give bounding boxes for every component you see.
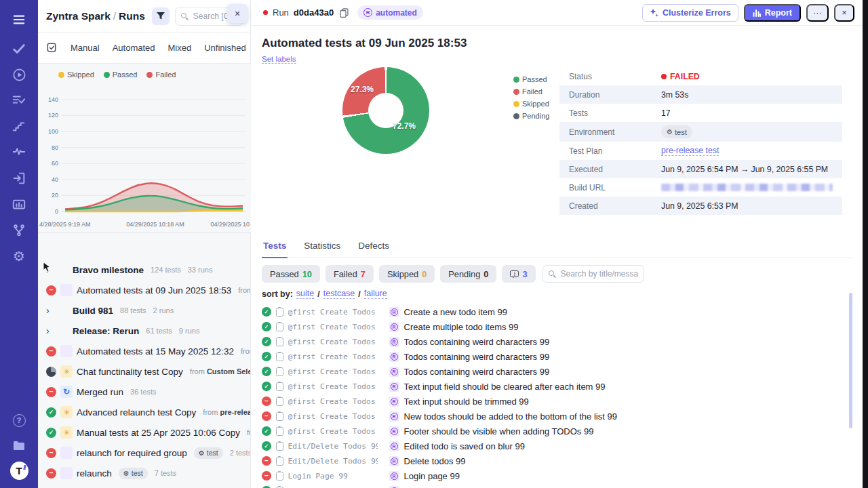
more-button[interactable]: ··· bbox=[806, 4, 829, 22]
select-all-icon[interactable] bbox=[46, 42, 58, 54]
close-run-button[interactable]: × bbox=[834, 4, 854, 22]
logo[interactable]: T bbox=[0, 460, 38, 481]
tab-manual[interactable]: Manual bbox=[71, 43, 100, 53]
branch-icon[interactable] bbox=[0, 220, 38, 241]
run-status-icon bbox=[46, 407, 56, 418]
legend-dot bbox=[104, 72, 110, 78]
run-name: Build 981 bbox=[73, 306, 113, 316]
run-list-item[interactable]: › Build 981 88 tests 2 runs from bbox=[38, 300, 250, 321]
test-row[interactable]: @first Create Todos 99... Todos containi… bbox=[262, 334, 852, 349]
test-row[interactable]: Edit/Delete Todos 99 @... Delete todos 9… bbox=[262, 453, 852, 468]
test-row[interactable]: @first Create Todos 99... Text input fie… bbox=[262, 379, 852, 394]
legend-dot bbox=[58, 72, 64, 78]
legend-item[interactable]: Skipped bbox=[513, 100, 549, 108]
run-type-icon bbox=[56, 325, 68, 337]
test-row[interactable]: Mark as completed/not ... Mark todos as … bbox=[262, 483, 852, 488]
docs-icon[interactable] bbox=[0, 435, 38, 455]
test-row[interactable]: @first Create Todos 99... Create a new t… bbox=[262, 304, 852, 319]
info-value: 3m 53s bbox=[661, 90, 688, 100]
help-icon[interactable]: ? bbox=[0, 410, 38, 430]
run-list-item[interactable]: › relaunch for required group test 2 tes… bbox=[38, 443, 250, 463]
chevron-right-icon[interactable]: › bbox=[46, 325, 52, 336]
steps-icon[interactable] bbox=[0, 116, 38, 136]
chevron-right-icon[interactable]: › bbox=[46, 305, 52, 316]
filter-pending[interactable]: Pending0 bbox=[440, 265, 496, 283]
tasks-icon[interactable] bbox=[0, 39, 38, 59]
legend-item[interactable]: Failed bbox=[513, 87, 549, 96]
chevron-right-icon[interactable]: › bbox=[46, 264, 52, 275]
import-icon[interactable] bbox=[0, 168, 38, 188]
runs-list: › Bravo milestone 124 tests 33 runs from… bbox=[38, 260, 250, 483]
test-suite: @first Create Todos 99... bbox=[288, 427, 378, 436]
menu-icon[interactable] bbox=[0, 9, 38, 30]
tests-scrollbar[interactable] bbox=[849, 293, 852, 428]
test-row[interactable]: Edit/Delete Todos 99 @... Edited todo is… bbox=[262, 439, 852, 453]
tab-mixed[interactable]: Mixed bbox=[168, 43, 192, 53]
tab-unfinished[interactable]: Unfinished bbox=[204, 43, 245, 53]
test-row[interactable]: @first Create Todos 99... New todos shou… bbox=[262, 409, 852, 424]
tab-defects[interactable]: Defects bbox=[357, 238, 391, 258]
info-row: Executed Jun 9, 2025 6:54 PM → Jun 9, 20… bbox=[559, 160, 842, 178]
reports-icon[interactable] bbox=[0, 195, 38, 215]
sort-by-failure[interactable]: failure bbox=[364, 289, 387, 299]
test-row[interactable]: @first Create Todos 99... Text input sho… bbox=[262, 394, 852, 409]
legend-item[interactable]: Skipped bbox=[58, 70, 94, 79]
test-row[interactable]: @first Create Todos 99... Todos containi… bbox=[262, 349, 852, 364]
test-suite: Edit/Delete Todos 99 @... bbox=[288, 442, 378, 451]
run-list-item[interactable]: › Advanced relaunch test Copy from pre-r… bbox=[38, 402, 250, 422]
legend-item[interactable]: Passed bbox=[513, 75, 549, 83]
legend-dot bbox=[513, 101, 519, 107]
run-type-icon bbox=[60, 426, 73, 439]
run-meta-runs: 2 runs bbox=[153, 306, 174, 314]
settings-icon[interactable]: ⚙ bbox=[0, 246, 38, 266]
test-row[interactable]: @first Create Todos 99... Footer should … bbox=[262, 424, 852, 439]
run-overview: 27.3% 72.7% Passed Failed Skipped Pendin… bbox=[262, 66, 852, 232]
run-list-item[interactable]: › Merged run 36 tests from bbox=[38, 382, 250, 402]
legend-item[interactable]: Passed bbox=[104, 70, 138, 79]
run-status-icon bbox=[46, 367, 56, 377]
panel-close-button[interactable]: × bbox=[227, 4, 248, 23]
filter-failed[interactable]: Failed7 bbox=[326, 265, 374, 283]
test-row[interactable]: @first Create Todos 99... Create multipl… bbox=[262, 319, 852, 334]
checklist-icon[interactable] bbox=[0, 90, 38, 110]
run-list-item[interactable]: › Chat functinality test Copy from Custo… bbox=[38, 361, 250, 382]
run-type-icon bbox=[56, 264, 68, 276]
tab-statistics[interactable]: Statistics bbox=[302, 238, 342, 258]
filter-skipped[interactable]: Skipped0 bbox=[379, 265, 435, 283]
sort-by-testcase[interactable]: testcase bbox=[323, 289, 355, 299]
run-list-item[interactable]: › Automated tests at 09 Jun 2025 18:53 f… bbox=[38, 280, 250, 300]
runs-icon[interactable] bbox=[0, 64, 38, 85]
sort-label: sort by: bbox=[262, 289, 293, 299]
automated-badge[interactable]: automated bbox=[357, 5, 423, 20]
legend-item[interactable]: Failed bbox=[146, 70, 176, 79]
report-button[interactable]: Report bbox=[744, 4, 801, 22]
run-list-item[interactable]: › Release: Rerun 61 tests 9 runs from bbox=[38, 321, 250, 341]
test-row[interactable]: Login Page 99 Login page 99 bbox=[262, 468, 852, 483]
info-row: Tests 17 bbox=[559, 104, 842, 122]
filter-passed[interactable]: Passed10 bbox=[262, 265, 320, 283]
run-name: Automated tests at 09 Jun 2025 18:53 bbox=[77, 285, 231, 296]
legend-label: Skipped bbox=[67, 70, 94, 79]
run-status-icon bbox=[46, 448, 56, 458]
run-list-item[interactable]: › relaunch test 7 tests from bbox=[38, 463, 250, 483]
run-list-item[interactable]: › Bravo milestone 124 tests 33 runs from bbox=[38, 260, 250, 280]
info-label: Executed bbox=[569, 165, 661, 174]
clusterize-errors-button[interactable]: Clusterize Errors bbox=[642, 4, 738, 22]
comment-icon: ! bbox=[510, 270, 519, 277]
tab-tests[interactable]: Tests bbox=[262, 238, 288, 258]
sort-by-suite[interactable]: suite bbox=[296, 289, 314, 299]
tests-search-input[interactable] bbox=[542, 265, 644, 283]
run-list-item[interactable]: › Manual tests at 25 Apr 2025 10:06 Copy… bbox=[38, 422, 250, 443]
run-status-icon bbox=[46, 468, 56, 479]
legend-item[interactable]: Pending bbox=[513, 112, 549, 120]
test-row[interactable]: @first Create Todos 99... Todos containi… bbox=[262, 364, 852, 379]
run-meta-tests: 124 tests bbox=[151, 266, 181, 274]
pulse-icon[interactable] bbox=[0, 142, 38, 162]
tab-automated[interactable]: Automated bbox=[113, 43, 155, 53]
copy-icon[interactable] bbox=[340, 8, 349, 18]
filter-button[interactable] bbox=[152, 7, 170, 25]
legend-label: Failed bbox=[155, 70, 176, 79]
set-labels-link[interactable]: Set labels bbox=[262, 55, 296, 64]
run-list-item[interactable]: › Automated tests at 15 May 2025 12:32 f… bbox=[38, 341, 250, 361]
filter-comments[interactable]: !3 bbox=[502, 265, 535, 283]
